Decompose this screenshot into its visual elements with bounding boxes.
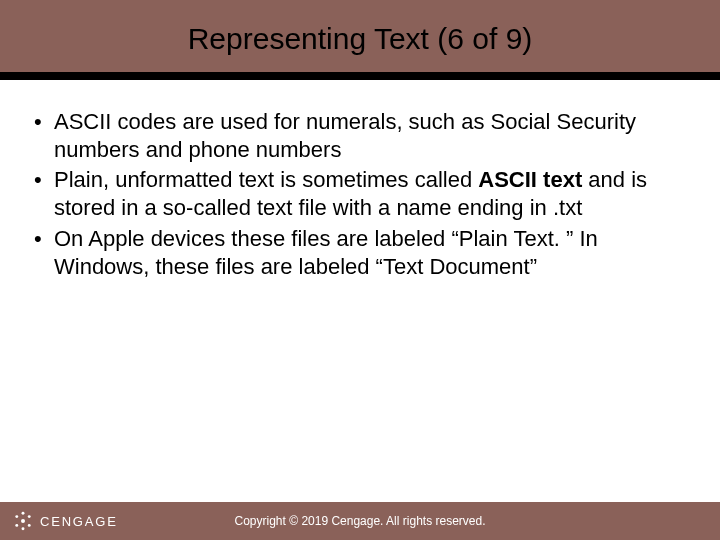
bullet-list: ASCII codes are used for numerals, such … [28,108,692,281]
bullet-item: Plain, unformatted text is sometimes cal… [28,166,692,222]
brand: CENGAGE [12,510,118,532]
bullet-item: On Apple devices these files are labeled… [28,225,692,281]
bullet-text: Plain, unformatted text is sometimes cal… [54,167,478,192]
svg-point-5 [15,524,18,527]
bullet-text: On Apple devices these files are labeled… [54,226,598,279]
brand-name: CENGAGE [40,514,118,529]
svg-point-3 [28,524,31,527]
title-band: Representing Text (6 of 9) [0,0,720,78]
slide-title: Representing Text (6 of 9) [188,22,533,56]
title-underline [0,72,720,80]
slide: Representing Text (6 of 9) ASCII codes a… [0,0,720,540]
cengage-logo-icon [12,510,34,532]
footer-bar: CENGAGE Copyright © 2019 Cengage. All ri… [0,502,720,540]
bullet-text-bold: ASCII text [478,167,582,192]
svg-point-4 [22,527,25,530]
bullet-text: ASCII codes are used for numerals, such … [54,109,636,162]
svg-point-2 [28,515,31,518]
svg-point-1 [22,512,25,515]
bullet-item: ASCII codes are used for numerals, such … [28,108,692,164]
content-area: ASCII codes are used for numerals, such … [0,80,720,502]
copyright-text: Copyright © 2019 Cengage. All rights res… [235,514,486,528]
svg-point-6 [15,515,18,518]
svg-point-0 [21,519,25,523]
